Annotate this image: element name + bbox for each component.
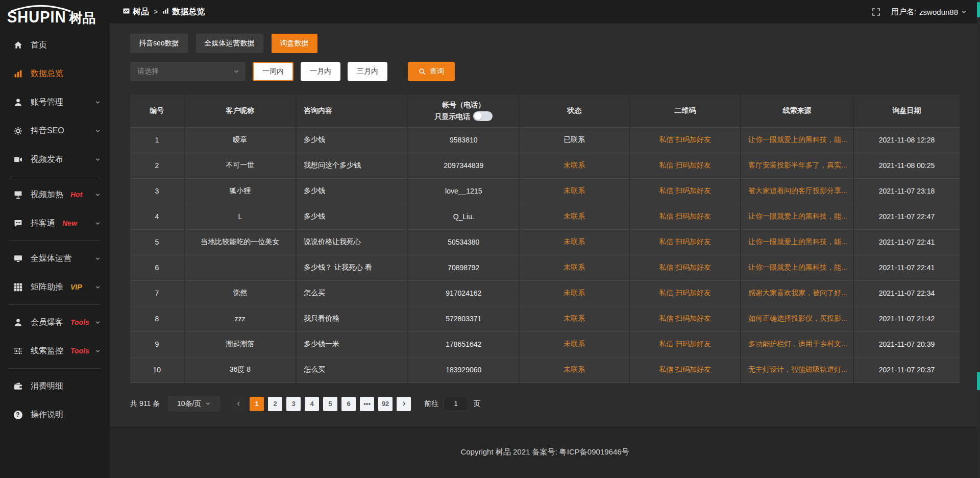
col-header-index: 编号	[130, 94, 184, 127]
logo-arc	[8, 4, 74, 12]
cell-source-link[interactable]: 让你一眼就爱上的黑科技，能...	[741, 127, 853, 153]
cell-status: 未联系	[519, 204, 629, 229]
cell-qrcode-link[interactable]: 私信 扫码加好友	[629, 229, 741, 255]
cell-status: 未联系	[519, 255, 629, 280]
sidebar-item-video-heat[interactable]: 视频加热Hot	[0, 180, 110, 209]
period-button-3[interactable]: 三月内	[348, 62, 387, 81]
cell-qrcode-link[interactable]: 私信 扫码加好友	[629, 306, 741, 331]
cell-source-link[interactable]: 让你一眼就爱上的黑科技，能...	[741, 204, 853, 229]
chevron-left-icon	[236, 401, 241, 407]
cell-account: Q_Liu.	[408, 204, 519, 229]
cell-content: 多少钱？ 让我死心 看	[296, 255, 408, 280]
cell-source-link[interactable]: 多功能护栏灯，适用于乡村文...	[741, 331, 853, 357]
cell-source-link[interactable]: 客厅安装投影半年多了，真实...	[741, 153, 853, 178]
page-button-2[interactable]: 2	[268, 397, 282, 411]
phone-only-toggle[interactable]	[473, 111, 493, 121]
scrollbar-thumb[interactable]	[977, 2, 980, 17]
user-icon	[13, 98, 22, 107]
goto-page-input[interactable]	[444, 397, 468, 411]
cell-qrcode-link[interactable]: 私信 扫码加好友	[629, 280, 741, 306]
cell-source-link[interactable]: 让你一眼就爱上的黑科技，能...	[741, 255, 853, 280]
sidebar-item-account-manage[interactable]: 账号管理	[0, 88, 110, 116]
tab-inquiry-data[interactable]: 询盘数据	[272, 34, 317, 53]
sidebar-item-matrix-boost[interactable]: 矩阵助推VIP	[0, 273, 110, 301]
cell-content: 怎么买	[296, 280, 408, 306]
logo-text: SHUPIN	[7, 9, 66, 25]
sidebar-item-video-publish[interactable]: 视频发布	[0, 145, 110, 174]
chevron-down-icon	[95, 320, 101, 325]
sidebar-item-data-overview[interactable]: 数据总览	[0, 59, 110, 88]
bar-chart-icon	[162, 7, 169, 16]
sidebar-item-douyin-seo[interactable]: 抖音SEO	[0, 116, 110, 145]
sidebar-divider	[9, 368, 101, 369]
cell-qrcode-link[interactable]: 私信 扫码加好友	[629, 153, 741, 178]
page-button-92[interactable]: 92	[378, 397, 393, 411]
page-size-select[interactable]: 10条/页	[168, 396, 220, 412]
filter-select[interactable]: 请选择	[130, 62, 246, 81]
sidebar-item-consume-detail[interactable]: 消费明细	[0, 372, 110, 400]
cell-qrcode-link[interactable]: 私信 扫码加好友	[629, 204, 741, 229]
tab-media-operation-data[interactable]: 全媒体运营数据	[196, 34, 263, 53]
fullscreen-icon[interactable]	[872, 8, 880, 16]
monitor-icon	[13, 254, 22, 263]
sidebar-item-clue-monitor[interactable]: 线索监控Tools	[0, 337, 110, 365]
sidebar-item-douketong[interactable]: 抖客通New	[0, 209, 110, 237]
page-button-1[interactable]: 1	[250, 397, 264, 411]
cell-source-link[interactable]: 让你一眼就爱上的黑科技，能...	[741, 229, 853, 255]
cell-date: 2021-11-07 22:47	[853, 204, 960, 229]
cell-nickname: 暧章	[184, 127, 296, 153]
cell-index: 4	[130, 204, 184, 229]
cell-date: 2021-11-08 00:25	[853, 153, 960, 178]
cell-qrcode-link[interactable]: 私信 扫码加好友	[629, 178, 741, 204]
cell-status: 未联系	[519, 331, 629, 357]
sidebar-item-label: 矩阵助推	[31, 282, 63, 293]
cell-source-link[interactable]: 如何正确选择投影仪，买投影...	[741, 306, 853, 331]
filter-bar: 请选择 一周内一月内三月内 查询	[130, 62, 980, 81]
cell-content: 多少钱	[296, 204, 408, 229]
page-ellipsis-button[interactable]: •••	[360, 397, 374, 411]
goto-label: 前往	[424, 399, 438, 409]
sidebar-item-operation-guide[interactable]: 操作说明	[0, 400, 110, 429]
total-count: 共 911 条	[130, 399, 160, 409]
table-row: 8zzz我只看价格572803371未联系私信 扫码加好友如何正确选择投影仪，买…	[130, 306, 960, 331]
next-page-button[interactable]	[397, 397, 411, 411]
cell-index: 2	[130, 153, 184, 178]
data-tabs: 抖音seo数据全媒体运营数据询盘数据	[130, 34, 980, 53]
user-dropdown[interactable]: 用户名: zswodun88	[891, 7, 967, 17]
page-button-6[interactable]: 6	[341, 397, 356, 411]
page-button-5[interactable]: 5	[323, 397, 337, 411]
cell-index: 1	[130, 127, 184, 153]
page-button-3[interactable]: 3	[286, 397, 301, 411]
query-button[interactable]: 查询	[408, 62, 455, 81]
cell-qrcode-link[interactable]: 私信 扫码加好友	[629, 127, 741, 153]
sidebar-item-media-operation[interactable]: 全媒体运营	[0, 244, 110, 273]
cell-source-link[interactable]: 被大家追着问的客厅投影分享...	[741, 178, 853, 204]
cell-source-link[interactable]: 无主灯设计，智能磁吸轨道灯...	[741, 357, 853, 383]
cell-qrcode-link[interactable]: 私信 扫码加好友	[629, 357, 741, 383]
cell-account: 2097344839	[408, 153, 519, 178]
breadcrumb-separator: >	[154, 8, 158, 16]
sidebar-item-label: 数据总览	[31, 68, 63, 79]
page-button-4[interactable]: 4	[305, 397, 319, 411]
cell-qrcode-link[interactable]: 私信 扫码加好友	[629, 255, 741, 280]
prev-page-button[interactable]	[231, 397, 246, 411]
cell-date: 2021-11-07 20:39	[853, 331, 960, 357]
period-button-1[interactable]: 一周内	[253, 62, 293, 81]
cell-source-link[interactable]: 感谢大家喜欢我家，被问了好...	[741, 280, 853, 306]
scrollbar-track[interactable]	[977, 0, 980, 478]
cell-index: 8	[130, 306, 184, 331]
tab-douyin-seo-data[interactable]: 抖音seo数据	[130, 34, 188, 53]
sidebar-item-label: 线索监控	[31, 346, 63, 356]
scrollbar-mark[interactable]	[977, 372, 980, 390]
breadcrumb-item-current[interactable]: 数据总览	[162, 7, 205, 17]
sidebar-item-member-baoke[interactable]: 会员爆客Tools	[0, 308, 110, 337]
cell-content: 怎么买	[296, 357, 408, 383]
sidebar-item-home[interactable]: 首页	[0, 31, 110, 59]
sliders-icon	[13, 346, 22, 355]
col-header-account: 帐号（电话） 只显示电话	[408, 94, 519, 127]
breadcrumb-item-home[interactable]: 树品	[123, 7, 149, 17]
cell-account: 9583810	[408, 127, 519, 153]
board-icon	[123, 7, 130, 16]
period-button-2[interactable]: 一月内	[301, 62, 340, 81]
cell-qrcode-link[interactable]: 私信 扫码加好友	[629, 331, 741, 357]
